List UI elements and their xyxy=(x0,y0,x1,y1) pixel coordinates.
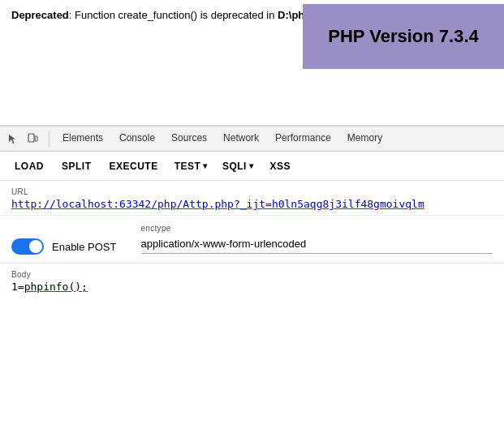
enctype-group: enctype application/x-www-form-urlencode… xyxy=(141,224,493,254)
enable-post-toggle[interactable] xyxy=(11,238,44,255)
load-button[interactable]: LOAD xyxy=(6,157,52,175)
deprecated-label: Deprecated xyxy=(11,9,69,21)
network-tab[interactable]: Network xyxy=(215,126,267,152)
device-icon[interactable] xyxy=(24,131,41,147)
console-tab[interactable]: Console xyxy=(111,126,163,152)
toolbar-separator xyxy=(49,131,50,147)
url-label: URL xyxy=(11,187,493,196)
php-version-text: PHP Version 7.3.4 xyxy=(328,26,478,47)
cursor-icon[interactable] xyxy=(5,131,21,147)
split-button[interactable]: SPLIT xyxy=(54,157,100,175)
xss-button[interactable]: XSS xyxy=(261,157,299,175)
enctype-label: enctype xyxy=(141,224,493,233)
toggle-group: Enable POST xyxy=(11,238,117,255)
body-section: Body 1=phpinfo(); xyxy=(0,264,504,299)
sqli-button[interactable]: SQLI ▾ xyxy=(216,157,261,175)
devtools-toolbar: Elements Console Sources Network Perform… xyxy=(0,126,504,152)
post-section: Enable POST enctype application/x-www-fo… xyxy=(0,216,504,264)
url-value[interactable]: http://localhost:63342/php/Attp.php?_ijt… xyxy=(11,198,493,210)
enctype-value[interactable]: application/x-www-form-urlencoded xyxy=(141,234,493,254)
php-version-box: PHP Version 7.3.4 xyxy=(303,4,504,69)
execute-button[interactable]: EXECUTE xyxy=(101,157,166,175)
hackbar-toolbar: LOAD SPLIT EXECUTE TEST ▾ SQLI ▾ XSS xyxy=(0,152,504,181)
deprecated-description: : Function create_function() is deprecat… xyxy=(69,9,278,21)
enable-post-label: Enable POST xyxy=(52,241,117,253)
body-value[interactable]: 1=phpinfo(); xyxy=(11,281,493,293)
page-content: Deprecated: Function create_function() i… xyxy=(0,0,504,126)
url-section: URL http://localhost:63342/php/Attp.php?… xyxy=(0,181,504,216)
body-label: Body xyxy=(11,270,493,279)
performance-tab[interactable]: Performance xyxy=(267,126,339,152)
memory-tab[interactable]: Memory xyxy=(339,126,390,152)
elements-tab[interactable]: Elements xyxy=(54,126,111,152)
svg-rect-1 xyxy=(35,136,37,141)
body-text: 1=phpinfo(); xyxy=(11,281,88,293)
svg-rect-0 xyxy=(28,134,34,142)
test-dropdown-arrow: ▾ xyxy=(203,161,208,170)
sqli-dropdown-arrow: ▾ xyxy=(249,161,254,170)
sources-tab[interactable]: Sources xyxy=(163,126,215,152)
test-button[interactable]: TEST ▾ xyxy=(168,157,214,175)
